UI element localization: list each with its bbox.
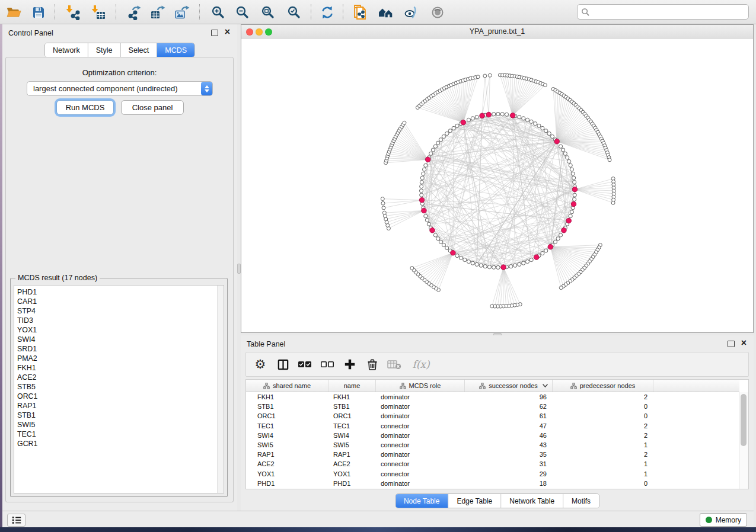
- cell-name[interactable]: STB1: [328, 403, 376, 410]
- tab-style[interactable]: Style: [88, 43, 121, 57]
- cell-shared_name[interactable]: TEC1: [246, 422, 328, 430]
- mcds-result-item[interactable]: STP4: [17, 306, 224, 316]
- cell-predecessor_nodes[interactable]: 0: [553, 412, 653, 419]
- refresh-button[interactable]: [318, 3, 337, 21]
- import-network-button[interactable]: [63, 3, 82, 21]
- mcds-result-item[interactable]: STB5: [17, 382, 224, 392]
- cell-successor_nodes[interactable]: 62: [465, 403, 553, 410]
- column-header-mcds_role[interactable]: MCDS role: [376, 380, 465, 392]
- cell-successor_nodes[interactable]: 18: [465, 480, 553, 487]
- cell-mcds_role[interactable]: connector: [376, 460, 465, 467]
- table-row[interactable]: ACE2ACE2connector311: [246, 459, 739, 469]
- mcds-result-item[interactable]: PMA2: [17, 354, 224, 363]
- cell-name[interactable]: SWI4: [328, 432, 376, 439]
- table-scrollbar-thumb[interactable]: [741, 394, 747, 446]
- cell-mcds_role[interactable]: connector: [376, 441, 465, 448]
- mcds-result-item[interactable]: SRD1: [17, 344, 224, 354]
- tab-mcds[interactable]: MCDS: [157, 43, 194, 57]
- cell-successor_nodes[interactable]: 43: [465, 441, 553, 448]
- mcds-result-item[interactable]: SWI4: [17, 335, 224, 344]
- table-settings-button[interactable]: ⚙: [251, 352, 269, 376]
- close-panel-icon[interactable]: ×: [225, 26, 230, 38]
- cell-shared_name[interactable]: RAP1: [246, 451, 328, 458]
- table-row[interactable]: RAP1RAP1dominator352: [246, 450, 739, 459]
- cell-successor_nodes[interactable]: 31: [465, 460, 553, 467]
- cell-mcds_role[interactable]: dominator: [376, 432, 465, 439]
- close-panel-button[interactable]: Close panel: [121, 100, 184, 115]
- tab-network[interactable]: Network: [45, 43, 88, 57]
- float-panel-icon[interactable]: [211, 30, 218, 36]
- mcds-result-listbox[interactable]: PHD1CAR1STP4TID3YOX1SWI4SRD1PMA2FKH1ACE2…: [14, 285, 224, 493]
- mcds-result-item[interactable]: FKH1: [17, 363, 224, 373]
- mcds-result-item[interactable]: TID3: [17, 316, 224, 325]
- run-mcds-button[interactable]: Run MCDS: [56, 100, 114, 115]
- cell-mcds_role[interactable]: connector: [376, 422, 465, 430]
- deselect-all-button[interactable]: [318, 352, 336, 376]
- hide-selected-button[interactable]: [402, 3, 421, 21]
- import-table-button[interactable]: [89, 3, 108, 21]
- mcds-result-item[interactable]: STB1: [17, 411, 224, 420]
- tab-motifs[interactable]: Motifs: [563, 494, 599, 508]
- mcds-result-item[interactable]: SWI5: [17, 420, 224, 430]
- tab-edge-table[interactable]: Edge Table: [448, 494, 501, 508]
- table-row[interactable]: SWI4SWI4dominator462: [246, 431, 739, 440]
- table-row[interactable]: TEC1TEC1connector472: [246, 421, 739, 431]
- column-header-successor_nodes[interactable]: successor nodes: [465, 380, 553, 392]
- cell-shared_name[interactable]: PHD1: [246, 480, 328, 487]
- mcds-result-item[interactable]: CAR1: [17, 297, 224, 306]
- tab-select[interactable]: Select: [121, 43, 158, 57]
- show-columns-button[interactable]: [274, 352, 292, 376]
- save-session-button[interactable]: [29, 3, 48, 21]
- column-header-predecessor_nodes[interactable]: predecessor nodes: [553, 380, 653, 392]
- export-image-button[interactable]: [173, 3, 192, 21]
- zoom-out-button[interactable]: [232, 3, 251, 21]
- mcds-result-item[interactable]: ORC1: [17, 392, 224, 401]
- cell-mcds_role[interactable]: dominator: [376, 412, 465, 419]
- cell-predecessor_nodes[interactable]: 1: [553, 470, 653, 477]
- close-panel-icon[interactable]: ×: [741, 337, 747, 349]
- mcds-list-scrollbar[interactable]: [217, 286, 224, 493]
- table-row[interactable]: FKH1FKH1dominator962: [246, 392, 739, 402]
- cell-name[interactable]: YOX1: [328, 470, 376, 477]
- cell-name[interactable]: RAP1: [328, 451, 376, 458]
- cell-name[interactable]: TEC1: [328, 422, 376, 430]
- memory-button[interactable]: Memory: [700, 513, 747, 527]
- cell-predecessor_nodes[interactable]: 1: [553, 441, 653, 448]
- mcds-result-item[interactable]: YOX1: [17, 325, 224, 335]
- criterion-dropdown[interactable]: largest connected component (undirected): [27, 81, 213, 96]
- zoom-in-button[interactable]: [208, 3, 227, 21]
- cell-name[interactable]: ORC1: [328, 412, 376, 419]
- new-network-from-selection-button[interactable]: [351, 3, 370, 21]
- search-input[interactable]: [590, 5, 748, 18]
- create-column-button[interactable]: [341, 352, 359, 376]
- cell-shared_name[interactable]: SWI4: [246, 432, 328, 439]
- cell-predecessor_nodes[interactable]: 0: [553, 403, 653, 410]
- network-canvas[interactable]: [241, 39, 753, 332]
- cell-successor_nodes[interactable]: 47: [465, 422, 553, 430]
- show-task-history-button[interactable]: [7, 514, 25, 527]
- cell-successor_nodes[interactable]: 29: [465, 470, 553, 477]
- table-row[interactable]: PHD1PHD1dominator180: [246, 479, 739, 488]
- open-file-button[interactable]: [4, 3, 23, 21]
- cell-name[interactable]: FKH1: [328, 393, 376, 400]
- mcds-result-item[interactable]: TEC1: [17, 430, 224, 439]
- cell-shared_name[interactable]: FKH1: [246, 393, 328, 400]
- cell-successor_nodes[interactable]: 35: [465, 451, 553, 458]
- cell-mcds_role[interactable]: dominator: [376, 451, 465, 458]
- cell-mcds_role[interactable]: dominator: [376, 393, 465, 400]
- cell-successor_nodes[interactable]: 46: [465, 432, 553, 439]
- cell-predecessor_nodes[interactable]: 0: [553, 480, 653, 487]
- zoom-fit-button[interactable]: [258, 3, 277, 21]
- mcds-result-item[interactable]: PHD1: [17, 287, 224, 297]
- zoom-selected-button[interactable]: [284, 3, 303, 21]
- cell-shared_name[interactable]: ORC1: [246, 412, 328, 419]
- mcds-result-item[interactable]: GCR1: [17, 439, 224, 448]
- cell-predecessor_nodes[interactable]: 1: [553, 460, 653, 467]
- table-row[interactable]: YOX1YOX1connector291: [246, 469, 739, 479]
- export-table-button[interactable]: [148, 3, 167, 21]
- table-row[interactable]: SWI5SWI5connector431: [246, 440, 739, 450]
- cell-shared_name[interactable]: STB1: [246, 403, 328, 410]
- show-all-button[interactable]: [428, 3, 447, 21]
- cell-successor_nodes[interactable]: 61: [465, 412, 553, 419]
- cell-predecessor_nodes[interactable]: 2: [553, 422, 653, 430]
